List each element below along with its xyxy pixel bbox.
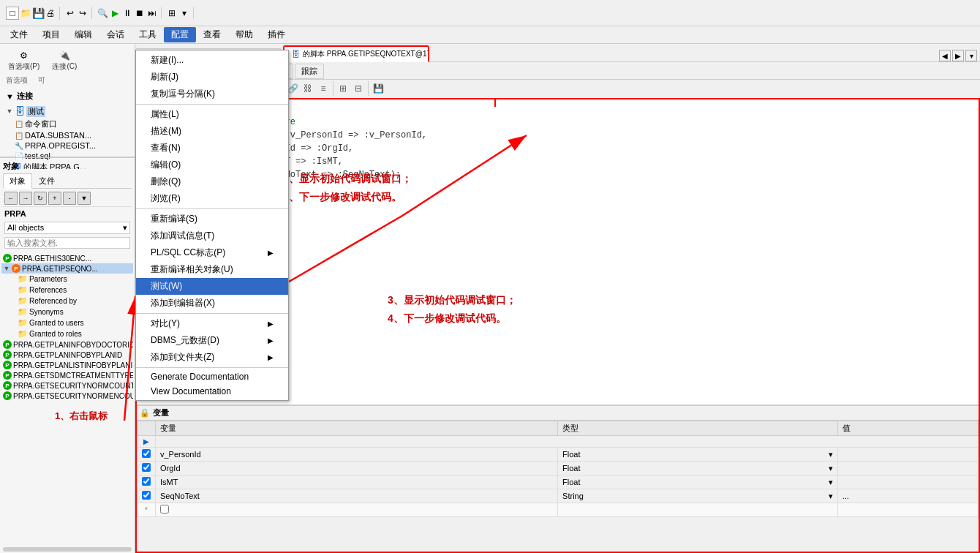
more-icon[interactable]: ▾ <box>178 7 190 19</box>
menu-edit[interactable]: 编辑 <box>67 27 99 42</box>
grid-icon[interactable]: ⊞ <box>166 7 178 19</box>
unlink-icon[interactable]: ⛓ <box>301 81 315 96</box>
tree-getsdmc[interactable]: P PRPA.GETSDMCTREATMENTTYPE <box>1 370 133 380</box>
var-val-2[interactable] <box>837 462 978 475</box>
tree-item-data[interactable]: 📋 DATA.SUBSTAN... <box>4 130 130 140</box>
search-input[interactable] <box>4 237 130 249</box>
tree-references[interactable]: 📁 References <box>1 285 133 296</box>
table-row-1[interactable]: v_PersonId Float ▾ <box>137 448 979 462</box>
tree-getplanlistinfo[interactable]: P PRPA.GETPLANLISTINFOBYPLANID <box>1 360 133 370</box>
new-icon[interactable]: □ <box>6 7 19 20</box>
copy2-icon[interactable]: ⊞ <box>336 81 350 96</box>
type-dropdown-2[interactable]: Float ▾ <box>562 464 833 473</box>
list-icon[interactable]: ≡ <box>316 81 331 96</box>
check-cell-3[interactable] <box>137 475 156 489</box>
cm-refresh[interactable]: 刷新(J) <box>136 69 288 86</box>
undo-icon[interactable]: ↩ <box>64 7 76 19</box>
tab-files[interactable]: 文件 <box>32 173 61 188</box>
cm-view[interactable]: 查看(N) <box>136 140 288 157</box>
cm-delete[interactable]: 删除(Q) <box>136 173 288 190</box>
tree-getplaninfobyplan[interactable]: P PRPA.GETPLANINFOBYPLANID <box>1 350 133 360</box>
var-val-3[interactable] <box>837 475 978 489</box>
cm-desc[interactable]: 描述(M) <box>136 123 288 140</box>
type-dropdown-4[interactable]: String ▾ <box>562 492 833 501</box>
check-cell-2[interactable] <box>137 462 156 475</box>
cm-dbms-meta[interactable]: DBMS_元数据(D) ▶ <box>136 332 288 349</box>
remove-btn[interactable]: - <box>63 192 76 205</box>
redo-icon[interactable]: ↪ <box>77 7 88 19</box>
filter-value[interactable]: All objects ▾ <box>4 222 130 234</box>
refresh-btn[interactable]: ↻ <box>34 192 47 205</box>
tree-getplaninfobydoc[interactable]: P PRPA.GETPLANINFOBYDOCTORID <box>1 339 133 350</box>
var-val-4[interactable]: ... <box>837 489 978 503</box>
cm-view-doc[interactable]: View Documentation <box>136 384 288 399</box>
new-check[interactable] <box>156 503 558 517</box>
tab-objects[interactable]: 对象 <box>3 173 32 189</box>
tree-parameters[interactable]: 📁 Parameters <box>1 274 133 285</box>
forward-btn[interactable]: → <box>19 192 32 205</box>
check-cell-4[interactable] <box>137 489 156 503</box>
tab-left-btn[interactable]: ◀ <box>939 50 951 61</box>
cm-add-editor[interactable]: 添加到编辑器(X) <box>136 295 288 312</box>
var-val-1[interactable] <box>837 448 978 462</box>
cm-copy-csv[interactable]: 复制逗号分隔(K) <box>136 86 288 102</box>
tab-script[interactable]: 🗄 的脚本 PRPA.GETIPSEQNOTEXT@172.18.133.194… <box>283 45 429 62</box>
tree-getipseqno[interactable]: ▼ P PRPA.GETIPSEQNO... <box>1 263 133 274</box>
tab-dropdown-btn[interactable]: ▾ <box>965 50 977 61</box>
connect-btn[interactable]: 🔌 连接(C) <box>46 48 83 73</box>
cm-gen-doc[interactable]: Generate Documentation <box>136 369 288 384</box>
filter-dropdown[interactable]: All objects ▾ <box>3 220 132 236</box>
pause-icon[interactable]: ⏸ <box>121 7 133 19</box>
cm-props[interactable]: 属性(L) <box>136 106 288 123</box>
menu-session[interactable]: 会话 <box>99 27 132 42</box>
filter-btn[interactable]: ▼ <box>78 192 91 205</box>
table-row-2[interactable]: OrgId Float ▾ <box>137 462 979 475</box>
tree-granted-roles[interactable]: 📁 Granted to roles <box>1 328 133 339</box>
back-btn[interactable]: ← <box>4 192 18 205</box>
menu-project[interactable]: 项目 <box>35 27 67 42</box>
menu-config[interactable]: 配置 <box>164 27 196 42</box>
cm-recompile[interactable]: 重新编译(S) <box>136 211 288 227</box>
stop-icon[interactable]: ⏹ <box>134 7 146 19</box>
preferences-btn[interactable]: ⚙ 首选项(P) <box>4 48 43 73</box>
find-icon[interactable]: 🔍 <box>97 7 108 19</box>
type-dropdown-3[interactable]: Float ▾ <box>562 478 833 487</box>
menu-plugin[interactable]: 插件 <box>260 27 293 42</box>
table-row-4[interactable]: SeqNoText String ▾ ... <box>137 489 979 503</box>
subtab-trace[interactable]: 跟踪 <box>295 64 324 79</box>
save-all-icon[interactable]: 💾 <box>32 7 44 19</box>
run-icon[interactable]: ▶ <box>109 7 121 19</box>
add-btn[interactable]: + <box>48 192 61 205</box>
cm-test[interactable]: 测试(W) <box>136 278 288 295</box>
cm-diff[interactable]: 对比(Y) ▶ <box>136 315 288 332</box>
var-table-container[interactable]: 变量 类型 值 ▶ v_Pers <box>137 421 979 552</box>
cm-recompile-related[interactable]: 重新编译相关对象(U) <box>136 261 288 278</box>
check-cell-1[interactable] <box>137 448 156 462</box>
cm-plsql-cc[interactable]: PL/SQL CC标志(P) ▶ <box>136 244 288 261</box>
tab-right-btn[interactable]: ▶ <box>952 50 964 61</box>
paste3-icon[interactable]: ⊟ <box>351 81 366 96</box>
checkbox-2[interactable] <box>142 463 151 472</box>
checkbox-3[interactable] <box>142 477 151 486</box>
tree-granted-users[interactable]: 📁 Granted to users <box>1 317 133 328</box>
menu-file[interactable]: 文件 <box>3 27 35 42</box>
checkbox-4[interactable] <box>142 491 151 500</box>
open-icon[interactable]: 📁 <box>20 7 31 19</box>
tree-synonyms[interactable]: 📁 Synonyms <box>1 306 133 317</box>
step-icon[interactable]: ⏭ <box>146 7 158 19</box>
cm-new[interactable]: 新建(I)... <box>136 52 288 69</box>
tree-item-prpa-op[interactable]: 🔧 PRPA.OPREGIST... <box>4 140 130 151</box>
menu-tools[interactable]: 工具 <box>132 27 164 42</box>
new-checkbox[interactable] <box>160 505 169 514</box>
tree-getsecuritynorm2[interactable]: P PRPA.GETSECURITYNORMENCOUNTERI... <box>1 391 133 401</box>
tree-gethis30[interactable]: P PRPA.GETHIS30ENC... <box>1 253 133 263</box>
cm-edit[interactable]: 编辑(O) <box>136 157 288 173</box>
cm-add-debug[interactable]: 添加调试信息(T) <box>136 227 288 244</box>
save-script-icon[interactable]: 💾 <box>371 81 385 96</box>
tree-item-cmdwin[interactable]: 📋 命令窗口 <box>4 118 130 130</box>
menu-view[interactable]: 查看 <box>196 27 228 42</box>
print-icon[interactable]: 🖨 <box>45 7 56 19</box>
menu-help[interactable]: 帮助 <box>228 27 260 42</box>
tree-item-test-root[interactable]: ▼ 🗄 测试 <box>4 105 130 118</box>
checkbox-1[interactable] <box>142 449 151 458</box>
